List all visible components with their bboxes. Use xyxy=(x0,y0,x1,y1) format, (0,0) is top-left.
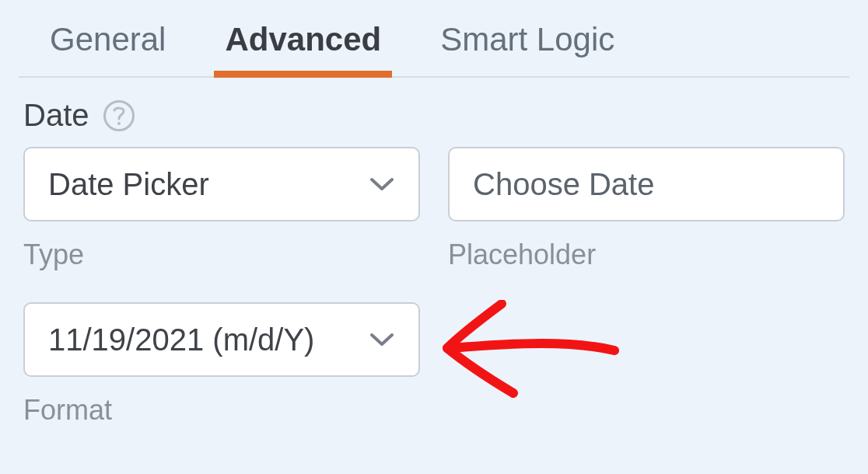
format-select-value: 11/19/2021 (m/d/Y) xyxy=(48,322,314,357)
format-select[interactable]: 11/19/2021 (m/d/Y) xyxy=(23,302,420,377)
tabs-bar: General Advanced Smart Logic xyxy=(19,0,849,78)
tab-smart-logic[interactable]: Smart Logic xyxy=(437,20,618,76)
tab-advanced[interactable]: Advanced xyxy=(222,20,384,76)
chevron-down-icon xyxy=(369,171,395,197)
help-icon[interactable] xyxy=(103,100,135,131)
type-select-value: Date Picker xyxy=(48,167,209,202)
type-label: Type xyxy=(23,232,420,271)
type-select[interactable]: Date Picker xyxy=(23,147,420,221)
svg-point-0 xyxy=(117,122,121,125)
section-title: Date xyxy=(23,98,89,133)
placeholder-input[interactable]: Choose Date xyxy=(448,147,845,221)
section-header-date: Date xyxy=(19,78,849,147)
placeholder-label: Placeholder xyxy=(448,232,845,271)
tab-general[interactable]: General xyxy=(47,20,169,76)
chevron-down-icon xyxy=(369,326,395,353)
format-label: Format xyxy=(23,388,420,427)
placeholder-input-value: Choose Date xyxy=(473,167,654,202)
